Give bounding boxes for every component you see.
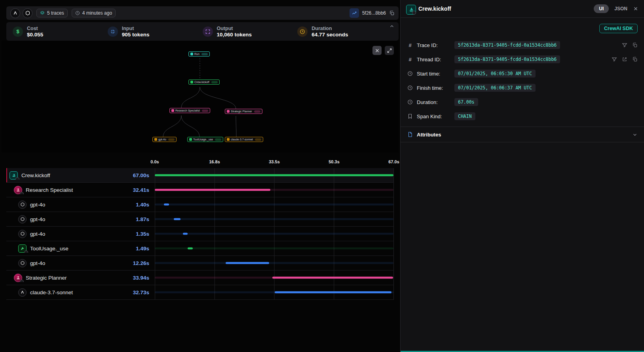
close-icon[interactable]: [633, 6, 638, 11]
field-duration: Duration: 67.00s: [401, 95, 644, 109]
timeline-track: [155, 262, 393, 264]
node-icon: [171, 109, 174, 112]
dollar-icon: $: [13, 26, 23, 37]
openai-logo-icon: [18, 259, 27, 267]
graph-node-run[interactable]: Run: [188, 51, 210, 57]
close-graph-button[interactable]: [372, 46, 382, 55]
attributes-section-toggle[interactable]: Attributes: [401, 127, 644, 142]
span-name: gpt-4o: [30, 216, 45, 222]
span-duration: 1.35s: [123, 231, 155, 237]
span-bar-lane: [155, 285, 394, 299]
traces-count-badge[interactable]: 5 traces: [36, 9, 68, 17]
field-value: 67.00s: [454, 98, 478, 106]
copy-icon[interactable]: [632, 57, 638, 62]
node-status-pill: [168, 138, 175, 141]
span-row-gpt-4o[interactable]: gpt-4o 12.26s: [6, 256, 394, 271]
span-bar-lane: [155, 271, 394, 285]
graph-node-gpt-4o[interactable]: gpt-4o: [152, 137, 177, 142]
span-timeline: 0.0s 16.8s 33.5s 50.3s 67.0s Crew.kickof…: [6, 158, 399, 300]
field-label: Span Kind:: [417, 114, 451, 119]
node-icon: [227, 110, 230, 113]
stat-input: Input 905 tokens: [108, 26, 203, 38]
graph-node-toolusage[interactable]: ToolUsage._use: [187, 137, 223, 142]
stat-label: Duration: [312, 26, 348, 31]
stat-label: Cost: [27, 26, 43, 31]
field-value: CHAIN: [454, 112, 475, 120]
node-icon: [227, 138, 230, 141]
sdk-mini-badge: [412, 11, 416, 15]
openai-logo-icon: [18, 201, 27, 209]
node-status-pill: [211, 81, 218, 83]
span-duration: 67.00s: [123, 172, 155, 178]
copy-icon[interactable]: [632, 42, 638, 48]
stat-duration: Duration 64.77 seconds: [297, 26, 392, 38]
agent-avatar-icon: [14, 186, 22, 194]
timeline-bar: [155, 189, 270, 191]
span-duration: 1.40s: [123, 202, 155, 208]
node-icon: [190, 53, 193, 55]
node-icon: [190, 81, 193, 83]
span-duration: 1.87s: [123, 216, 155, 222]
timeline-bar: [188, 248, 193, 250]
trend-chart-button[interactable]: [350, 8, 359, 18]
trace-graph-canvas[interactable]: Run Crew.kickoff Research Specialist Str…: [2, 41, 399, 152]
timeline-bar: [164, 204, 169, 206]
stat-cost: $ Cost $0.055: [13, 26, 108, 38]
graph-node-strategic-planner[interactable]: Strategic Planner: [225, 109, 262, 114]
node-status-pill: [201, 53, 208, 55]
sdk-badge[interactable]: CrewAI SDK: [599, 24, 638, 33]
axis-tick: 50.3s: [329, 159, 340, 164]
clock-icon: [75, 11, 80, 15]
graph-node-crew-kickoff[interactable]: Crew.kickoff: [188, 79, 220, 85]
sidebar-title: Crew.kickoff: [418, 6, 451, 12]
span-row-research-specialist[interactable]: Research Specialist 32.41s: [6, 183, 394, 197]
filter-icon[interactable]: [612, 57, 617, 62]
main-panel: 5 traces 4 minutes ago 5f26...8bb6: [0, 0, 400, 352]
timeline-bar: [183, 233, 188, 235]
span-bar-lane: [155, 227, 394, 241]
timeline-bar: [226, 262, 269, 264]
graph-node-research-specialist[interactable]: Research Specialist: [169, 108, 210, 113]
field-label: Thread ID:: [417, 57, 451, 62]
view-toggle-json[interactable]: JSON: [614, 6, 627, 11]
stat-value: 905 tokens: [122, 32, 150, 38]
field-label: Trace ID:: [417, 42, 451, 48]
span-bar-lane: [155, 183, 394, 197]
filter-icon[interactable]: [622, 42, 627, 48]
copy-icon[interactable]: [389, 10, 395, 16]
anthropic-logo-icon: [10, 8, 20, 18]
trace-short-id: 5f26...8bb6: [362, 10, 386, 16]
node-label: Strategic Planner: [231, 110, 252, 113]
view-toggle-ui[interactable]: UI: [594, 4, 609, 13]
span-bar-lane: [155, 197, 394, 212]
node-status-pill: [254, 110, 260, 113]
stat-value: 64.77 seconds: [312, 32, 348, 38]
timeline-bar: [174, 218, 180, 220]
stat-output: Output 10,060 tokens: [203, 26, 298, 38]
span-row-gpt-4o[interactable]: gpt-4o 1.40s: [6, 197, 394, 212]
span-row-crew-kickoff[interactable]: Crew.kickoff 67.00s: [6, 168, 394, 183]
external-link-icon[interactable]: [622, 57, 627, 62]
span-row-gpt-4o[interactable]: gpt-4o 1.35s: [6, 227, 394, 241]
traces-count-label: 5 traces: [47, 10, 64, 16]
sdk-mini-badge: [20, 192, 24, 194]
span-row-claude[interactable]: claude-3.7-sonnet 32.73s: [6, 285, 394, 300]
span-row-strategic-planner[interactable]: Strategic Planner 33.94s: [6, 271, 394, 285]
span-row-toolusage[interactable]: ToolUsage._use 1.49s: [6, 241, 394, 256]
fullscreen-button[interactable]: [385, 46, 394, 55]
timeline-track: [155, 233, 393, 235]
graph-node-claude[interactable]: claude-3.7-sonnet: [225, 137, 263, 142]
node-label: claude-3.7-sonnet: [231, 138, 253, 141]
span-detail-sidebar: Crew.kickoff UI JSON CrewAI SDK # Trace …: [400, 0, 644, 352]
node-label: Crew.kickoff: [194, 81, 209, 83]
span-duration: 33.94s: [123, 275, 155, 281]
field-value: 07/01/2025, 06:06:37 AM UTC: [454, 84, 536, 92]
timeline-track: [155, 218, 393, 220]
span-row-gpt-4o[interactable]: gpt-4o 1.87s: [6, 212, 394, 227]
tool-wrench-icon: [18, 244, 27, 253]
axis-tick: 0.0s: [150, 159, 159, 164]
span-name: gpt-4o: [30, 202, 45, 208]
node-label: ToolUsage._use: [193, 138, 213, 141]
hash-icon: #: [407, 42, 413, 48]
chevron-up-icon[interactable]: [389, 24, 395, 29]
